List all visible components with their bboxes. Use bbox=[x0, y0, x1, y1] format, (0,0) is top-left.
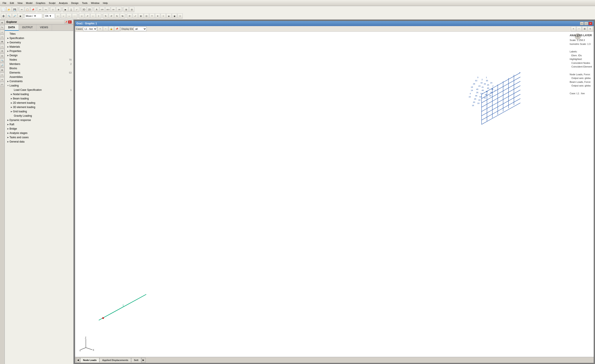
toolbar-more1[interactable]: ⊞ bbox=[124, 7, 129, 12]
menu-tools[interactable]: Tools bbox=[82, 2, 88, 4]
toolbar-radio[interactable]: ○ bbox=[55, 13, 60, 19]
tree-item-bridge[interactable]: Bridge bbox=[5, 126, 73, 131]
toolbar-cut[interactable]: ✂ bbox=[19, 7, 24, 12]
sidebar-icon-13[interactable]: ≡ bbox=[0, 77, 4, 82]
sidebar-icon-7[interactable]: ☰ bbox=[0, 49, 4, 53]
bottom-tab-left-arrow[interactable]: ◀ bbox=[76, 357, 80, 363]
toolbar-x10[interactable]: ◊ bbox=[177, 13, 183, 19]
toolbar-r1[interactable]: ↻ bbox=[103, 13, 108, 19]
toolbar-magnet[interactable]: 🔍 bbox=[7, 13, 12, 19]
toolbar-x4[interactable]: ⊡ bbox=[144, 13, 149, 19]
explorer-pin-button[interactable]: 📌 bbox=[64, 21, 68, 23]
toolbar-x6[interactable]: ✦ bbox=[155, 13, 160, 19]
sidebar-icon-4[interactable]: ⊹ bbox=[0, 35, 4, 39]
gfx-layers[interactable]: ≡ bbox=[588, 26, 593, 31]
toolbar-x9[interactable]: ◉ bbox=[172, 13, 177, 19]
menu-window[interactable]: Window bbox=[91, 2, 99, 4]
toolbar-save[interactable]: 💾 bbox=[12, 7, 17, 12]
toolbar-r4[interactable]: ⇆ bbox=[120, 13, 125, 19]
tree-item-nodal-loading[interactable]: Nodal loading bbox=[5, 92, 73, 96]
gfx-zoom-out[interactable]: − bbox=[576, 26, 582, 31]
sidebar-icon-9[interactable]: 🔍 bbox=[0, 58, 4, 63]
tree-item-titles[interactable]: Titles bbox=[5, 32, 73, 36]
toolbar-cm[interactable]: cm bbox=[100, 7, 105, 12]
tab-node-loads[interactable]: Node Loads bbox=[80, 358, 99, 362]
toolbar-add[interactable]: ➕ bbox=[1, 13, 6, 19]
toolbar-analyse[interactable]: ▶ bbox=[63, 7, 68, 12]
toolbar-num2[interactable]: .00 bbox=[116, 7, 122, 12]
tree-item-load-case-spec[interactable]: Load Case Specification 1 bbox=[5, 88, 73, 92]
graphic-minimize-button[interactable]: — bbox=[580, 22, 584, 25]
toolbar-x1[interactable]: ⟳ bbox=[127, 13, 132, 19]
cases-select[interactable]: L1 - live bbox=[83, 27, 97, 31]
toolbar-snap4[interactable]: ⌇ bbox=[96, 13, 101, 19]
toolbar-check[interactable]: ✓ bbox=[74, 7, 79, 12]
menu-view[interactable]: View bbox=[17, 2, 23, 4]
menu-file[interactable]: File bbox=[3, 2, 7, 4]
explorer-close-button[interactable]: ✕ bbox=[68, 21, 72, 23]
tree-item-design[interactable]: Design bbox=[5, 53, 73, 58]
toolbar-x2[interactable]: ⤢ bbox=[133, 13, 138, 19]
tree-item-blocks[interactable]: Blocks bbox=[5, 66, 73, 70]
tab-applied-displacements[interactable]: Applied Displacements bbox=[99, 358, 131, 362]
sidebar-icon-2[interactable]: ✎ bbox=[0, 25, 4, 29]
tree-item-nodes[interactable]: Nodes 70 bbox=[5, 58, 73, 62]
graphic-close-button[interactable]: ✕ bbox=[588, 22, 592, 25]
tree-item-general-data[interactable]: General data bbox=[5, 140, 73, 144]
sidebar-icon-12[interactable]: ⊹ bbox=[0, 73, 4, 77]
toolbar-paste[interactable]: 📌 bbox=[30, 7, 35, 12]
sidebar-icon-1[interactable]: ⊞ bbox=[0, 21, 4, 25]
move-dropdown[interactable]: Move / ▼ bbox=[25, 14, 42, 18]
tree-item-3d-loading[interactable]: 3D element loading bbox=[5, 105, 73, 109]
menu-analysis[interactable]: Analysis bbox=[59, 2, 68, 4]
toolbar-zoom[interactable]: 🔎 bbox=[12, 13, 17, 19]
toolbar-x3[interactable]: ⊠ bbox=[138, 13, 143, 19]
toolbar-x7[interactable]: ✧ bbox=[161, 13, 166, 19]
tab-settings[interactable]: Sett bbox=[131, 358, 141, 362]
tree-item-grid-loading[interactable]: Grid loading bbox=[5, 109, 73, 114]
gfx-pin-case[interactable]: 📌 bbox=[114, 26, 120, 31]
tree-item-gravity-loading[interactable]: Gravity Loading bbox=[5, 114, 73, 118]
toolbar-snap1[interactable]: ⊹ bbox=[79, 13, 84, 19]
toolbar-snap3[interactable]: ↕ bbox=[90, 13, 96, 19]
ok-dropdown[interactable]: OK ▼ bbox=[44, 14, 55, 18]
sidebar-icon-10[interactable]: 🔎 bbox=[0, 63, 4, 68]
tree-item-materials[interactable]: Materials bbox=[5, 45, 73, 49]
tab-views[interactable]: VIEWS bbox=[36, 25, 52, 31]
tree-item-assemblies[interactable]: Assemblies bbox=[5, 75, 73, 79]
toolbar-x8[interactable]: ◈ bbox=[166, 13, 171, 19]
sidebar-icon-11[interactable]: ⊞ bbox=[0, 68, 4, 72]
tree-item-elements[interactable]: Elements 53 bbox=[5, 70, 73, 75]
toolbar-deselect[interactable]: ⊗ bbox=[56, 7, 61, 12]
gfx-add-case[interactable]: + bbox=[98, 26, 103, 31]
toolbar-new[interactable]: 📄 bbox=[1, 7, 6, 12]
menu-model[interactable]: Model bbox=[26, 2, 32, 4]
tree-item-analysis-stages[interactable]: Analysis stages bbox=[5, 131, 73, 135]
menu-edit[interactable]: Edit bbox=[10, 2, 14, 4]
toolbar-r2[interactable]: ↺ bbox=[109, 13, 114, 19]
toolbar-snap2[interactable]: ↗ bbox=[85, 13, 90, 19]
sidebar-icon-3[interactable]: ⌂ bbox=[0, 30, 4, 34]
tree-item-members[interactable]: Members 2 bbox=[5, 62, 73, 66]
display-select[interactable]: all bbox=[134, 27, 147, 31]
gfx-lock-case[interactable]: 🔒 bbox=[109, 26, 114, 31]
gfx-zoom-in[interactable]: + bbox=[571, 26, 576, 31]
tree-item-properties[interactable]: Properties bbox=[5, 49, 73, 53]
gfx-fit[interactable]: ⊞ bbox=[582, 26, 587, 31]
gfx-remove-case[interactable]: − bbox=[103, 26, 108, 31]
toolbar-r3[interactable]: ↯ bbox=[114, 13, 120, 19]
toolbar-undo[interactable]: ↩ bbox=[37, 7, 43, 12]
tree-item-2d-loading[interactable]: 2D element loading bbox=[5, 101, 73, 105]
bottom-tab-right-arrow[interactable]: ▶ bbox=[141, 357, 146, 363]
menu-graphics[interactable]: Graphics bbox=[36, 2, 45, 4]
toolbar-results[interactable]: ∑ bbox=[69, 7, 74, 12]
sidebar-icon-8[interactable]: ⊡ bbox=[0, 54, 4, 58]
toolbar-copy[interactable]: 📋 bbox=[25, 7, 30, 12]
toolbar-node[interactable]: ⋯ bbox=[72, 13, 77, 19]
tree-item-specification[interactable]: Specification bbox=[5, 36, 73, 40]
toolbar-x5[interactable]: ⌖ bbox=[149, 13, 155, 19]
toolbar-text[interactable]: A bbox=[94, 7, 99, 12]
toolbar-view-3d[interactable]: 3D bbox=[81, 7, 86, 12]
graphic-restore-button[interactable]: □ bbox=[584, 22, 588, 25]
toolbar-select[interactable]: ⊹ bbox=[50, 7, 56, 12]
